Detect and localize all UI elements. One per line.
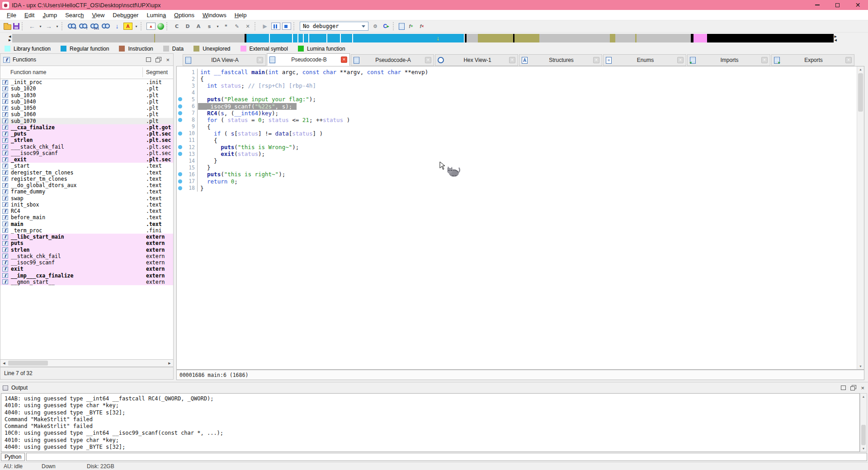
jump-address-icon[interactable]: ↓ [113, 21, 122, 31]
function-row[interactable]: f__imp___cxa_finalizeextern [0, 273, 173, 279]
pseudocode-line[interactable]: 18} [177, 185, 857, 192]
pseudocode-line[interactable]: 15 } [177, 164, 857, 171]
debugger-options-icon[interactable]: ⚙ [371, 21, 380, 31]
function-row[interactable]: f__libc_start_mainextern [0, 234, 173, 240]
pseudocode-vscrollbar[interactable]: ▲ ▼ [857, 66, 864, 369]
menu-options[interactable]: Options [170, 12, 198, 19]
lumina-icon[interactable] [157, 23, 164, 30]
pseudocode-line[interactable]: 3 int status; // [rsp+Ch] [rbp-4h] [177, 82, 857, 89]
band-left-icon2[interactable]: ◀ [834, 38, 836, 42]
function-row[interactable]: finit_sbox.text [0, 202, 173, 208]
back-icon[interactable]: ← [28, 21, 37, 31]
edit-icon[interactable]: * [222, 21, 231, 31]
functions-hscrollbar[interactable]: ◀ ▶ [0, 359, 174, 367]
forward-icon[interactable]: → [44, 21, 53, 31]
scroll-up-icon[interactable]: ▲ [860, 395, 867, 398]
pseudocode-line[interactable]: 7 RC4(s, (__int64)key); [177, 110, 857, 117]
scroll-down-icon[interactable]: ▼ [860, 447, 867, 450]
python-input[interactable] [26, 453, 867, 461]
scroll-right-icon[interactable]: ▶ [166, 362, 173, 365]
panel-close-icon[interactable]: × [861, 385, 864, 390]
functions-panel-titlebar[interactable]: f Functions × [0, 53, 174, 66]
breakpoint-dot[interactable] [178, 186, 182, 190]
rename-icon[interactable]: ✎ [232, 21, 241, 31]
function-row[interactable]: fsub_1060.plt [0, 111, 173, 118]
function-row[interactable]: f__do_global_dtors_aux.text [0, 182, 173, 188]
menu-file[interactable]: File [3, 12, 20, 19]
function-row[interactable]: f__isoc99_scanfextern [0, 259, 173, 266]
scroll-thumb[interactable] [858, 73, 863, 112]
scroll-up-icon[interactable]: ▲ [857, 68, 864, 71]
breakpoint-dot[interactable] [178, 97, 182, 101]
pseudocode-line[interactable]: 13 exit(status); [177, 150, 857, 157]
tab-close-icon[interactable]: × [845, 57, 852, 63]
problems-icon[interactable]: ▲ [146, 23, 156, 30]
navigation-band[interactable]: ↓ [12, 34, 833, 42]
function-row[interactable]: fregister_tm_clones.text [0, 176, 173, 182]
create-string-icon[interactable]: A [194, 21, 203, 31]
function-row[interactable]: fframe_dummy.text [0, 188, 173, 195]
debug-run-icon[interactable]: ▶ [260, 21, 269, 31]
database-notepad-icon[interactable] [399, 23, 405, 30]
function-row[interactable]: f_term_proc.fini [0, 227, 173, 234]
tab-close-icon[interactable]: × [593, 57, 599, 63]
continue-process-icon[interactable]: C [382, 21, 391, 31]
function-row[interactable]: fderegister_tm_clones.text [0, 169, 173, 176]
scroll-left-icon[interactable]: ◀ [0, 362, 8, 365]
tab-enums[interactable]: ≡Enums× [603, 54, 686, 66]
function-row[interactable]: f_start.text [0, 163, 173, 169]
tab-ida-view-a[interactable]: IDA View-A× [183, 54, 266, 66]
debug-pause-icon[interactable] [271, 23, 280, 30]
set-color-icon[interactable]: A [123, 23, 132, 30]
scroll-thumb[interactable] [861, 425, 866, 445]
breakpoint-dot[interactable] [178, 104, 182, 108]
pseudocode-line[interactable]: 12 puts("this is Wrong~"); [177, 144, 857, 150]
function-row[interactable]: f_puts.plt.sec [0, 131, 173, 137]
color-dropdown-icon[interactable]: ▾ [134, 21, 138, 31]
pseudocode-line[interactable]: 14 } [177, 157, 857, 164]
scroll-thumb[interactable] [8, 361, 48, 366]
pseudocode-line[interactable]: 9 { [177, 123, 857, 130]
panel-close-icon[interactable]: × [166, 57, 170, 62]
undefine-icon[interactable]: ✕ [243, 21, 252, 31]
pseudocode-line[interactable]: 10 if ( s[status] != data[status] ) [177, 130, 857, 137]
output-titlebar[interactable]: Output × [0, 382, 868, 393]
float-icon[interactable] [850, 385, 856, 390]
band-right-icon[interactable]: ▶ [9, 38, 11, 42]
search-again-icon[interactable] [101, 23, 111, 30]
function-row[interactable]: fswap.text [0, 195, 173, 202]
function-row[interactable]: fputsextern [0, 240, 173, 246]
function-row[interactable]: fexitextern [0, 266, 173, 272]
function-row[interactable]: fsub_1050.plt [0, 105, 173, 111]
float-icon[interactable] [156, 57, 161, 62]
function-row[interactable]: f__stack_chk_failextern [0, 253, 173, 259]
breakpoint-dot[interactable] [178, 152, 182, 156]
tab-close-icon[interactable]: × [341, 56, 347, 63]
delete-function-icon[interactable]: f [417, 21, 426, 31]
search-text-icon[interactable]: T [79, 23, 88, 30]
forward-dropdown-icon[interactable]: ▾ [55, 21, 59, 31]
function-row[interactable]: fmain.text [0, 221, 173, 227]
tab-imports[interactable]: Imports× [687, 54, 770, 66]
function-row[interactable]: fsub_1040.plt [0, 99, 173, 105]
save-file-icon[interactable] [13, 23, 19, 29]
menu-windows[interactable]: Windows [198, 12, 231, 19]
function-row[interactable]: f_init_proc.init [0, 79, 173, 85]
function-row[interactable]: fsub_1020.plt [0, 85, 173, 92]
menu-view[interactable]: View [88, 12, 108, 19]
create-struct-icon[interactable]: s [205, 21, 214, 31]
pseudocode-line[interactable]: 16 puts("this is right~"); [177, 171, 857, 178]
python-interpreter-button[interactable]: Python [1, 453, 25, 461]
tab-pseudocode-b[interactable]: Pseudocode-B× [267, 53, 350, 66]
function-row[interactable]: f___isoc99_scanf.plt.sec [0, 150, 173, 156]
create-code-icon[interactable]: C [172, 21, 181, 31]
band-left-icon[interactable]: ◀ [9, 35, 11, 38]
scroll-down-icon[interactable]: ▼ [857, 365, 864, 368]
column-divider[interactable] [142, 67, 143, 77]
breakpoint-dot[interactable] [178, 132, 182, 136]
menu-jump[interactable]: Jump [38, 12, 61, 19]
breakpoint-dot[interactable] [178, 179, 182, 183]
function-row[interactable]: fstrlenextern [0, 247, 173, 253]
breakpoint-dot[interactable] [178, 118, 182, 122]
pseudocode-line[interactable]: 17 return 0; [177, 178, 857, 185]
